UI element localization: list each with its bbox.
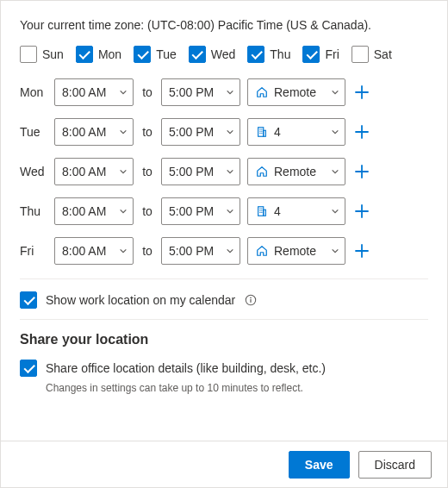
show-location-option: Show work location on my calendar <box>20 291 428 309</box>
home-icon <box>255 244 269 258</box>
share-helper-text: Changes in settings can take up to 10 mi… <box>46 382 428 394</box>
schedule-row-wed: Wed8:00 AMto5:00 PMRemote <box>20 158 428 185</box>
plus-icon <box>354 243 370 259</box>
location-dropdown[interactable]: Remote <box>247 237 345 265</box>
location-dropdown[interactable]: Remote <box>247 78 345 106</box>
chevron-down-icon <box>226 247 234 255</box>
day-toggle-mon: Mon <box>76 46 121 63</box>
svg-rect-7 <box>261 133 262 134</box>
svg-rect-13 <box>261 210 262 211</box>
to-label: to <box>140 125 154 139</box>
start-time-dropdown[interactable]: 8:00 AM <box>54 237 134 265</box>
add-slot-button[interactable] <box>352 162 371 181</box>
schedule-row-fri: Fri8:00 AMto5:00 PMRemote <box>20 237 428 265</box>
svg-rect-1 <box>264 130 266 136</box>
svg-rect-8 <box>258 207 264 216</box>
share-details-label: Share office location details (like buil… <box>46 361 326 375</box>
day-label: Tue <box>156 47 177 61</box>
start-time-dropdown[interactable]: 8:00 AM <box>54 78 134 106</box>
chevron-down-icon <box>119 88 128 97</box>
svg-rect-5 <box>261 131 262 132</box>
day-label: Sun <box>42 47 64 61</box>
save-button[interactable]: Save <box>289 451 350 479</box>
show-location-checkbox[interactable] <box>20 291 37 309</box>
day-checkbox[interactable] <box>352 46 369 63</box>
footer-bar: Save Discard <box>1 441 447 487</box>
start-time-value: 8:00 AM <box>62 165 114 178</box>
end-time-dropdown[interactable]: 5:00 PM <box>161 197 240 225</box>
chevron-down-icon <box>331 167 339 176</box>
day-checkbox[interactable] <box>134 46 151 63</box>
chevron-down-icon <box>119 128 128 136</box>
info-icon[interactable] <box>244 293 258 307</box>
end-time-dropdown[interactable]: 5:00 PM <box>161 158 240 185</box>
day-checkbox[interactable] <box>76 46 93 63</box>
day-checkbox[interactable] <box>189 46 206 63</box>
add-slot-button[interactable] <box>352 122 371 141</box>
chevron-down-icon <box>331 247 339 255</box>
day-label: Mon <box>98 47 121 61</box>
timezone-text: Your current time zone: (UTC-08:00) Paci… <box>20 18 428 32</box>
share-details-checkbox[interactable] <box>20 360 37 377</box>
svg-rect-2 <box>259 129 260 130</box>
svg-rect-9 <box>264 210 266 216</box>
svg-rect-3 <box>261 129 262 130</box>
svg-rect-4 <box>259 131 260 132</box>
discard-button[interactable]: Discard <box>358 451 432 479</box>
start-time-value: 8:00 AM <box>62 204 114 218</box>
day-checkbox[interactable] <box>302 46 320 63</box>
chevron-down-icon <box>119 167 128 176</box>
end-time-dropdown[interactable]: 5:00 PM <box>161 78 240 106</box>
location-value: Remote <box>274 244 326 258</box>
end-time-dropdown[interactable]: 5:00 PM <box>161 237 240 265</box>
show-location-label: Show work location on my calendar <box>46 293 235 307</box>
day-label: Thu <box>270 47 290 61</box>
chevron-down-icon <box>331 128 339 136</box>
end-time-value: 5:00 PM <box>169 204 221 218</box>
schedule-row-thu: Thu8:00 AMto5:00 PM4 <box>20 197 428 225</box>
location-dropdown[interactable]: 4 <box>247 197 345 225</box>
day-toggle-tue: Tue <box>134 46 177 63</box>
end-time-value: 5:00 PM <box>169 244 221 258</box>
svg-rect-6 <box>259 133 260 134</box>
plus-icon <box>354 84 370 100</box>
to-label: to <box>140 204 154 218</box>
schedule-day-label: Tue <box>20 125 47 139</box>
add-slot-button[interactable] <box>352 83 371 102</box>
day-toggle-sun: Sun <box>20 46 64 63</box>
location-value: 4 <box>274 204 326 218</box>
plus-icon <box>354 203 370 219</box>
location-value: Remote <box>274 85 326 99</box>
plus-icon <box>354 164 370 179</box>
chevron-down-icon <box>331 207 339 216</box>
chevron-down-icon <box>226 88 234 97</box>
start-time-dropdown[interactable]: 8:00 AM <box>54 197 134 225</box>
chevron-down-icon <box>226 167 234 176</box>
location-value: Remote <box>274 165 326 178</box>
svg-rect-0 <box>258 128 264 137</box>
day-toggle-wed: Wed <box>189 46 236 63</box>
to-label: to <box>140 244 154 258</box>
home-icon <box>255 85 269 99</box>
start-time-dropdown[interactable]: 8:00 AM <box>54 118 134 146</box>
svg-rect-12 <box>259 210 260 211</box>
add-slot-button[interactable] <box>352 202 371 221</box>
start-time-dropdown[interactable]: 8:00 AM <box>54 158 134 185</box>
location-dropdown[interactable]: Remote <box>247 158 345 185</box>
day-label: Fri <box>325 47 339 61</box>
location-dropdown[interactable]: 4 <box>247 118 345 146</box>
day-toggle-fri: Fri <box>302 46 339 63</box>
end-time-dropdown[interactable]: 5:00 PM <box>161 118 240 146</box>
divider <box>20 278 428 279</box>
schedule-row-mon: Mon8:00 AMto5:00 PMRemote <box>20 78 428 106</box>
schedule-row-tue: Tue8:00 AMto5:00 PM4 <box>20 118 428 146</box>
svg-rect-15 <box>261 212 262 213</box>
chevron-down-icon <box>226 207 234 216</box>
day-checkbox[interactable] <box>247 46 264 63</box>
add-slot-button[interactable] <box>352 241 371 260</box>
chevron-down-icon <box>331 88 339 97</box>
home-icon <box>255 165 269 178</box>
day-checkbox[interactable] <box>20 46 37 63</box>
start-time-value: 8:00 AM <box>62 85 114 99</box>
divider <box>20 319 428 320</box>
